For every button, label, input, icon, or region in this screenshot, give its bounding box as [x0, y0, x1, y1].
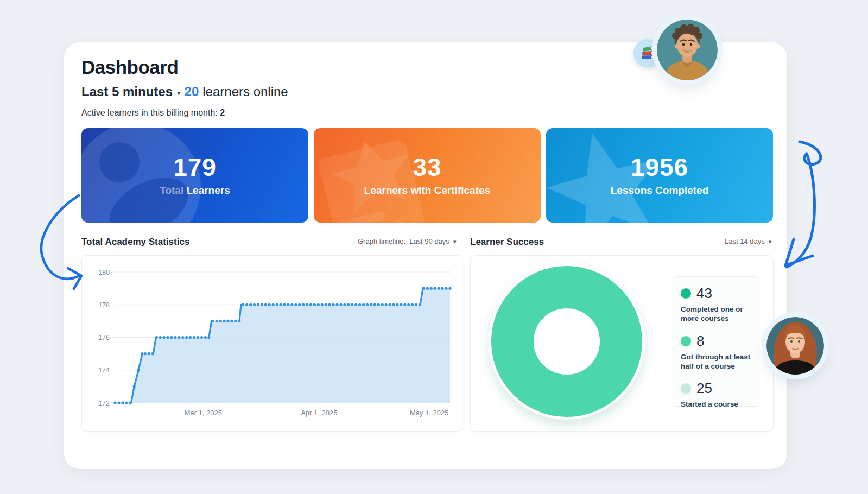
graph-timeline-value: Last 90 days — [409, 237, 449, 245]
svg-text:May 1, 2025: May 1, 2025 — [410, 409, 449, 417]
graph-timeline-label: Graph timeline: — [358, 237, 406, 245]
active-learners-line: Active learners in this billing month: 2 — [81, 108, 225, 118]
stat-value: 179 — [173, 155, 217, 180]
academy-section-title: Total Academy Statistics — [81, 237, 189, 248]
online-count: 20 — [185, 84, 199, 99]
stat-value: 1956 — [631, 155, 688, 180]
legend-label: Completed one or more courses — [681, 305, 751, 324]
legend-label: Started a course — [681, 400, 751, 409]
stat-cards-row: 179 Total Learners 33 Learners with Cert… — [81, 128, 773, 223]
legend-panel: 43 Completed one or more courses 8 Got t… — [673, 276, 759, 407]
period-selector-label[interactable]: Last 5 minutes — [81, 84, 173, 99]
page-background: Dashboard Last 5 minutes ▾ 20 learners o… — [0, 0, 868, 494]
avatar-instructor — [657, 20, 718, 80]
svg-text:180: 180 — [98, 269, 110, 276]
range-value: Last 14 days — [725, 237, 765, 245]
graph-timeline-selector[interactable]: Graph timeline: Last 90 days ▾ — [358, 237, 456, 245]
legend-item: 25 Started a course — [681, 380, 751, 409]
caret-down-icon: ▾ — [769, 239, 772, 245]
range-selector[interactable]: Last 14 days ▾ — [725, 237, 771, 245]
legend-dot-started — [681, 383, 691, 394]
page-title: Dashboard — [81, 56, 178, 78]
svg-text:176: 176 — [98, 334, 110, 341]
academy-step-chart: 172174176178180Mar 1, 2025Apr 1, 2025May… — [82, 256, 463, 432]
legend-item: 8 Got through at least half of a course — [681, 333, 751, 371]
learner-success-card: 43 Completed one or more courses 8 Got t… — [470, 255, 774, 432]
stat-card-certificates: 33 Learners with Certificates — [314, 128, 541, 223]
online-suffix: learners online — [202, 84, 288, 99]
certificate-badge-icon — [314, 128, 471, 223]
caret-down-icon: ▾ — [453, 239, 457, 245]
active-learners-text: Active learners in this billing month: — [81, 108, 218, 117]
stat-label: Lessons Completed — [611, 185, 709, 197]
svg-text:178: 178 — [98, 301, 110, 309]
books-icon — [638, 44, 657, 62]
stat-value: 33 — [413, 155, 441, 180]
legend-value: 43 — [696, 285, 712, 302]
legend-dot-completed — [681, 288, 691, 299]
active-learners-count: 2 — [220, 108, 225, 117]
legend-dot-halfway — [681, 336, 691, 346]
stat-label: Total Learners — [160, 185, 230, 197]
svg-text:174: 174 — [98, 366, 110, 374]
svg-text:172: 172 — [98, 400, 110, 407]
legend-value: 25 — [696, 380, 712, 397]
online-learners-line: Last 5 minutes ▾ 20 learners online — [81, 84, 288, 99]
stat-card-total-learners: 179 Total Learners — [81, 128, 308, 223]
legend-value: 8 — [696, 333, 704, 350]
svg-text:Apr 1, 2025: Apr 1, 2025 — [301, 409, 337, 417]
academy-chart-card: 172174176178180Mar 1, 2025Apr 1, 2025May… — [81, 255, 462, 432]
svg-text:Mar 1, 2025: Mar 1, 2025 — [185, 409, 222, 417]
stat-label: Learners with Certificates — [364, 185, 490, 197]
avatar-learner — [766, 317, 824, 375]
legend-label: Got through at least half of a course — [681, 352, 751, 371]
learner-success-title: Learner Success — [470, 237, 544, 248]
stat-card-lessons: 1956 Lessons Completed — [546, 128, 773, 223]
caret-down-icon[interactable]: ▾ — [177, 90, 181, 97]
legend-item: 43 Completed one or more courses — [681, 285, 751, 324]
